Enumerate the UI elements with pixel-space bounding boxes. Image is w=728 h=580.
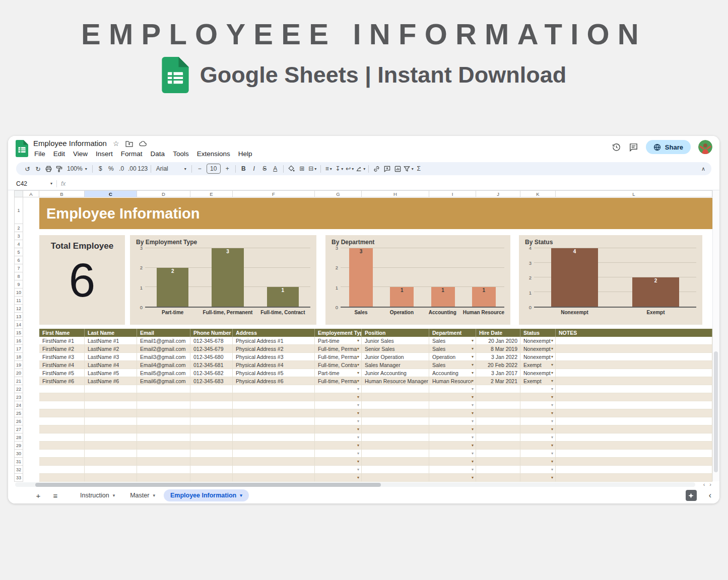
table-cell[interactable]: [362, 401, 429, 409]
dropdown-arrow-icon[interactable]: ▾: [472, 387, 476, 391]
table-cell[interactable]: Full-time, Perman▾: [315, 345, 362, 353]
cloud-saved-icon[interactable]: [139, 140, 147, 147]
table-cell[interactable]: [85, 450, 137, 458]
table-cell[interactable]: [39, 442, 85, 450]
dropdown-arrow-icon[interactable]: ▾: [472, 354, 476, 359]
avatar[interactable]: [698, 140, 712, 154]
table-cell[interactable]: Junior Accounting: [362, 369, 429, 377]
table-cell[interactable]: [556, 409, 712, 417]
text-wrap-icon[interactable]: ↩▾: [345, 163, 355, 174]
decrease-font-icon[interactable]: −: [194, 163, 205, 174]
dropdown-arrow-icon[interactable]: ▾: [357, 379, 361, 383]
dropdown-arrow-icon[interactable]: ▾: [472, 395, 476, 399]
dropdown-arrow-icon[interactable]: ▾: [472, 435, 476, 440]
row-number-14[interactable]: 14: [14, 321, 23, 329]
column-header-H[interactable]: H: [362, 190, 429, 197]
table-cell[interactable]: [556, 425, 712, 433]
dropdown-arrow-icon[interactable]: ▾: [551, 379, 555, 383]
table-cell[interactable]: [39, 474, 85, 482]
table-cell[interactable]: [362, 417, 429, 425]
dropdown-arrow-icon[interactable]: ▾: [472, 411, 476, 415]
table-cell[interactable]: ▾: [520, 442, 556, 450]
table-cell[interactable]: [85, 433, 137, 442]
table-cell[interactable]: LastName #2: [85, 345, 137, 353]
row-number-16[interactable]: 16: [14, 337, 23, 345]
horizontal-scrollbar-thumb[interactable]: [35, 483, 381, 487]
table-cell[interactable]: [233, 401, 315, 409]
table-cell[interactable]: ▾: [429, 385, 476, 393]
table-cell[interactable]: [85, 458, 137, 466]
dropdown-arrow-icon[interactable]: ▾: [551, 475, 555, 480]
table-cell[interactable]: [362, 433, 429, 442]
table-cell[interactable]: [39, 409, 85, 417]
row-number-30[interactable]: 30: [14, 450, 23, 458]
row-number-7[interactable]: 7: [14, 264, 23, 272]
table-cell[interactable]: [137, 442, 190, 450]
table-cell[interactable]: [39, 425, 85, 433]
dropdown-arrow-icon[interactable]: ▾: [357, 459, 361, 464]
table-cell[interactable]: [190, 442, 233, 450]
dropdown-arrow-icon[interactable]: ▾: [357, 427, 361, 431]
table-cell[interactable]: Full-time, Contrac▾: [315, 361, 362, 369]
table-cell[interactable]: [190, 458, 233, 466]
table-cell[interactable]: 012-345-679: [190, 345, 233, 353]
row-number-24[interactable]: 24: [14, 401, 23, 409]
filter-icon[interactable]: ▾: [403, 163, 414, 174]
row-number-23[interactable]: 23: [14, 393, 23, 401]
dropdown-arrow-icon[interactable]: ▾: [357, 411, 361, 415]
row-number-22[interactable]: 22: [14, 385, 23, 393]
row-number-13[interactable]: 13: [14, 313, 23, 321]
table-cell[interactable]: Physical Address #4: [233, 361, 315, 369]
table-cell[interactable]: ▾: [429, 458, 476, 466]
horizontal-align-icon[interactable]: ≡▾: [323, 163, 334, 174]
table-cell[interactable]: [233, 409, 315, 417]
all-sheets-button[interactable]: ≡: [49, 491, 61, 500]
dropdown-arrow-icon[interactable]: ▾: [551, 354, 555, 359]
row-number-4[interactable]: 4: [14, 240, 23, 248]
table-cell[interactable]: FirstName #3: [39, 353, 85, 361]
table-cell[interactable]: [362, 425, 429, 433]
dropdown-arrow-icon[interactable]: ▾: [472, 459, 476, 464]
column-header-C[interactable]: C: [85, 190, 137, 197]
table-cell[interactable]: [233, 442, 315, 450]
row-number-10[interactable]: 10: [14, 288, 23, 297]
table-cell[interactable]: 20 Jan 2020: [476, 337, 520, 345]
table-header-phone-number[interactable]: Phone Number: [190, 329, 233, 337]
table-cell[interactable]: Email5@gmail.com: [137, 369, 190, 377]
table-cell[interactable]: [85, 474, 137, 482]
menu-file[interactable]: File: [30, 149, 49, 159]
menu-extensions[interactable]: Extensions: [193, 149, 234, 159]
table-cell[interactable]: [190, 417, 233, 425]
table-cell[interactable]: [362, 466, 429, 474]
table-header-employement-type[interactable]: Employement Type: [315, 329, 362, 337]
table-cell[interactable]: [556, 361, 712, 369]
column-header-L[interactable]: L: [556, 190, 712, 197]
row-number-9[interactable]: 9: [14, 280, 23, 288]
menu-edit[interactable]: Edit: [49, 149, 69, 159]
row-number-32[interactable]: 32: [14, 466, 23, 474]
table-cell[interactable]: Sales▾: [429, 361, 476, 369]
table-cell[interactable]: LastName #3: [85, 353, 137, 361]
table-cell[interactable]: [85, 466, 137, 474]
table-cell[interactable]: ▾: [315, 450, 362, 458]
table-cell[interactable]: [233, 425, 315, 433]
row-number-3[interactable]: 3: [14, 232, 23, 240]
row-number-19[interactable]: 19: [14, 361, 23, 369]
table-cell[interactable]: [556, 353, 712, 361]
row-number-8[interactable]: 8: [14, 272, 23, 280]
table-cell[interactable]: [556, 474, 712, 482]
banner-title[interactable]: Employee Information: [39, 198, 712, 229]
table-cell[interactable]: Exempt▾: [520, 361, 556, 369]
redo-icon[interactable]: ↻: [33, 163, 43, 174]
menu-data[interactable]: Data: [147, 149, 169, 159]
column-header-B[interactable]: B: [39, 190, 85, 197]
text-color-icon[interactable]: A: [270, 163, 281, 174]
table-cell[interactable]: [233, 393, 315, 401]
table-cell[interactable]: [137, 433, 190, 442]
table-cell[interactable]: [556, 466, 712, 474]
column-header-I[interactable]: I: [429, 190, 476, 197]
table-cell[interactable]: ▾: [520, 450, 556, 458]
table-cell[interactable]: [556, 345, 712, 353]
dropdown-arrow-icon[interactable]: ▾: [551, 443, 555, 448]
column-header-G[interactable]: G: [315, 190, 362, 197]
